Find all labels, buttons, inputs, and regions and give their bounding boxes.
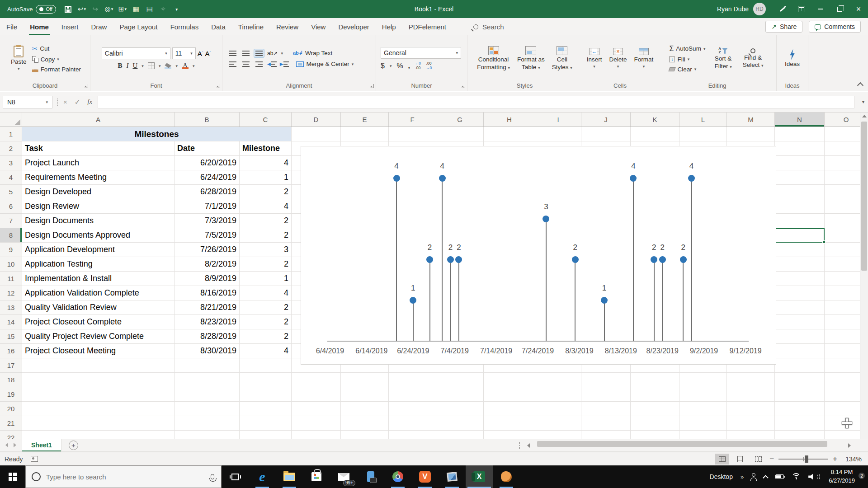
cell[interactable] xyxy=(775,431,825,439)
milestone-cell[interactable]: 2 xyxy=(240,228,292,243)
cell[interactable] xyxy=(825,387,860,402)
row-header-1[interactable]: 1 xyxy=(0,127,22,141)
middle-align-button[interactable] xyxy=(241,49,251,57)
restore-button[interactable] xyxy=(830,0,849,18)
cell[interactable] xyxy=(775,315,825,329)
cell[interactable] xyxy=(22,402,175,416)
desktop-label[interactable]: Desktop xyxy=(710,473,733,480)
cell[interactable] xyxy=(727,373,775,387)
find-select-button[interactable]: Find &Select ▾ xyxy=(740,37,767,80)
taskbar-app-edge[interactable]: e xyxy=(249,465,276,488)
row-header-18[interactable]: 18 xyxy=(0,373,22,387)
cell[interactable] xyxy=(679,402,727,416)
table-header-cell[interactable]: Task xyxy=(22,141,175,156)
cut-button[interactable]: ✂Cut xyxy=(31,44,82,54)
row-header-16[interactable]: 16 xyxy=(0,344,22,358)
select-all-corner[interactable] xyxy=(0,113,22,127)
cell[interactable] xyxy=(727,127,775,141)
cell[interactable] xyxy=(581,373,631,387)
task-cell[interactable]: Application Development xyxy=(22,243,175,257)
cell[interactable] xyxy=(535,402,581,416)
row-header-21[interactable]: 21 xyxy=(0,416,22,431)
cell[interactable] xyxy=(581,402,631,416)
taskbar-app-microsoft-store[interactable] xyxy=(303,465,330,488)
cell[interactable] xyxy=(631,416,679,431)
date-cell[interactable]: 7/5/2019 xyxy=(175,228,240,243)
milestone-cell[interactable]: 2 xyxy=(240,214,292,228)
minimize-button[interactable] xyxy=(811,0,830,18)
task-cell[interactable]: Project Closeout Meeting xyxy=(22,344,175,358)
cell[interactable] xyxy=(581,431,631,439)
alignment-dialog-launcher[interactable] xyxy=(370,84,374,88)
autosum-button[interactable]: ΣAutoSum▾ xyxy=(668,44,707,54)
cell[interactable] xyxy=(535,416,581,431)
date-cell[interactable]: 8/16/2019 xyxy=(175,286,240,300)
insert-cells-button[interactable]: ⊞▾ xyxy=(116,2,129,16)
cell[interactable] xyxy=(775,185,825,199)
cell[interactable] xyxy=(240,358,292,373)
overflow-chevrons[interactable]: » xyxy=(741,474,743,480)
expand-formula-bar-button[interactable]: ▾ xyxy=(862,99,864,104)
cell[interactable] xyxy=(484,416,535,431)
task-cell[interactable]: Quality Project Review Complete xyxy=(22,329,175,344)
horizontal-scroll-thumb[interactable] xyxy=(537,441,827,447)
cell[interactable] xyxy=(775,214,825,228)
cell[interactable] xyxy=(825,402,860,416)
cell[interactable] xyxy=(292,431,341,439)
decrease-decimal-button[interactable]: .00→0 xyxy=(426,61,432,70)
cell[interactable] xyxy=(825,141,860,156)
avatar[interactable]: RD xyxy=(753,3,766,15)
milestone-cell[interactable]: 1 xyxy=(240,272,292,286)
cell[interactable] xyxy=(175,387,240,402)
cell[interactable] xyxy=(292,373,341,387)
cell[interactable] xyxy=(775,257,825,272)
microphone-icon[interactable] xyxy=(211,474,214,479)
start-button[interactable] xyxy=(0,465,25,488)
zoom-slider[interactable] xyxy=(778,459,828,460)
cell[interactable] xyxy=(631,431,679,439)
cell[interactable] xyxy=(175,402,240,416)
cell[interactable] xyxy=(535,431,581,439)
cell[interactable] xyxy=(389,387,436,402)
taskbar-app-your-phone[interactable] xyxy=(357,465,384,488)
cell[interactable] xyxy=(727,431,775,439)
cell[interactable] xyxy=(775,402,825,416)
cell[interactable] xyxy=(631,127,679,141)
milestone-cell[interactable]: 2 xyxy=(240,300,292,315)
cell[interactable] xyxy=(22,358,175,373)
cell[interactable] xyxy=(341,127,389,141)
delete-cells-button[interactable]: × Delete▾ xyxy=(606,37,630,80)
cell[interactable] xyxy=(175,358,240,373)
cell[interactable] xyxy=(631,402,679,416)
cell[interactable] xyxy=(727,402,775,416)
user-name[interactable]: Ryan Dube xyxy=(717,5,749,13)
taskbar-search-input[interactable] xyxy=(46,473,205,481)
close-button[interactable]: × xyxy=(849,0,868,18)
date-cell[interactable]: 8/2/2019 xyxy=(175,257,240,272)
cell[interactable] xyxy=(825,431,860,439)
row-header-14[interactable]: 14 xyxy=(0,315,22,329)
cell[interactable] xyxy=(825,185,860,199)
autosave-toggle[interactable]: AutoSave Off xyxy=(7,5,56,14)
cell[interactable] xyxy=(825,170,860,185)
cell[interactable] xyxy=(775,243,825,257)
orientation-button[interactable]: ab↗ xyxy=(267,50,278,56)
borders-button[interactable] xyxy=(148,62,155,69)
cell[interactable] xyxy=(436,373,484,387)
cell[interactable] xyxy=(292,402,341,416)
cell[interactable] xyxy=(389,127,436,141)
task-cell[interactable]: Design Documents xyxy=(22,214,175,228)
cell[interactable] xyxy=(631,373,679,387)
comments-button[interactable]: Comments xyxy=(809,21,861,33)
underline-button[interactable]: U xyxy=(133,62,138,70)
milestone-chart[interactable]: 6/4/20196/14/20196/24/20197/4/20197/14/2… xyxy=(301,146,776,365)
cell[interactable] xyxy=(727,387,775,402)
cell[interactable] xyxy=(825,243,860,257)
task-cell[interactable]: Project Launch xyxy=(22,156,175,170)
vertical-scroll-thumb[interactable] xyxy=(861,122,867,271)
sort-filter-button[interactable]: AZ Sort &Filter ▾ xyxy=(711,37,735,80)
taskbar-search[interactable] xyxy=(25,465,222,488)
cell[interactable] xyxy=(341,387,389,402)
cell[interactable] xyxy=(825,300,860,315)
milestone-cell[interactable]: 4 xyxy=(240,199,292,214)
